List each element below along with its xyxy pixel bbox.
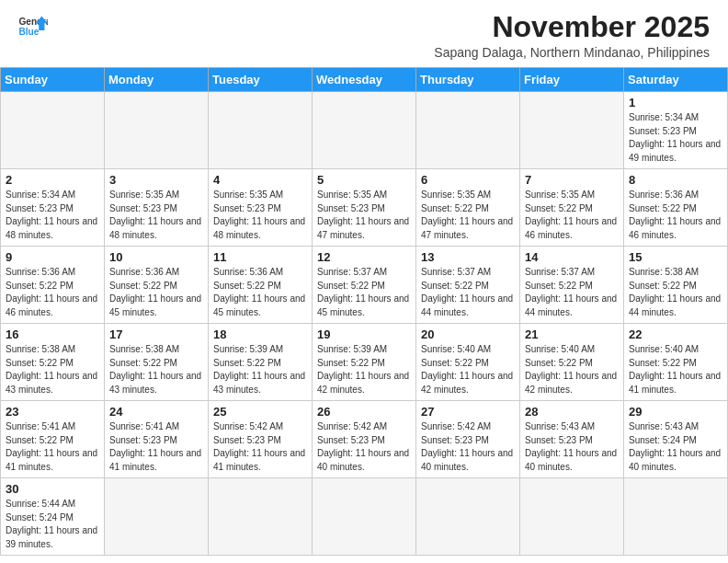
day-number: 29 [629, 405, 722, 419]
calendar-day-cell [105, 478, 209, 556]
calendar-table: SundayMondayTuesdayWednesdayThursdayFrid… [0, 67, 728, 556]
calendar-week-row: 30Sunrise: 5:44 AMSunset: 5:24 PMDayligh… [1, 478, 728, 556]
day-number: 18 [213, 327, 307, 341]
day-number: 5 [317, 173, 411, 187]
day-info: Sunrise: 5:42 AMSunset: 5:23 PMDaylight:… [213, 420, 307, 474]
calendar-day-cell [416, 92, 520, 169]
calendar-day-cell [520, 478, 624, 556]
day-info: Sunrise: 5:35 AMSunset: 5:22 PMDaylight:… [525, 189, 619, 242]
day-number: 17 [109, 327, 203, 341]
day-info: Sunrise: 5:36 AMSunset: 5:22 PMDaylight:… [109, 266, 203, 319]
calendar-week-row: 23Sunrise: 5:41 AMSunset: 5:22 PMDayligh… [1, 401, 728, 478]
day-info: Sunrise: 5:39 AMSunset: 5:22 PMDaylight:… [317, 343, 411, 396]
logo-icon: General Blue [18, 15, 48, 40]
day-info: Sunrise: 5:36 AMSunset: 5:22 PMDaylight:… [629, 189, 722, 242]
day-number: 30 [6, 482, 99, 496]
day-info: Sunrise: 5:41 AMSunset: 5:22 PMDaylight:… [6, 420, 99, 474]
calendar-day-cell: 14Sunrise: 5:37 AMSunset: 5:22 PMDayligh… [520, 247, 624, 324]
day-info: Sunrise: 5:40 AMSunset: 5:22 PMDaylight:… [629, 343, 722, 396]
day-info: Sunrise: 5:44 AMSunset: 5:24 PMDaylight:… [6, 498, 99, 551]
day-info: Sunrise: 5:35 AMSunset: 5:23 PMDaylight:… [109, 189, 203, 242]
calendar-day-cell: 27Sunrise: 5:42 AMSunset: 5:23 PMDayligh… [416, 401, 520, 478]
day-of-week-header: Saturday [624, 68, 728, 92]
day-info: Sunrise: 5:42 AMSunset: 5:23 PMDaylight:… [421, 420, 515, 474]
day-info: Sunrise: 5:34 AMSunset: 5:23 PMDaylight:… [6, 189, 99, 242]
calendar-day-cell: 7Sunrise: 5:35 AMSunset: 5:22 PMDaylight… [520, 169, 624, 247]
day-number: 9 [6, 250, 99, 264]
day-number: 25 [213, 405, 307, 419]
calendar-day-cell: 9Sunrise: 5:36 AMSunset: 5:22 PMDaylight… [1, 247, 105, 324]
calendar-day-cell: 24Sunrise: 5:41 AMSunset: 5:23 PMDayligh… [105, 401, 209, 478]
day-number: 16 [6, 327, 99, 341]
day-number: 8 [629, 173, 722, 187]
day-number: 15 [629, 250, 722, 264]
day-number: 28 [525, 405, 619, 419]
calendar-day-cell: 11Sunrise: 5:36 AMSunset: 5:22 PMDayligh… [209, 247, 313, 324]
calendar-day-cell: 16Sunrise: 5:38 AMSunset: 5:22 PMDayligh… [1, 324, 105, 401]
day-info: Sunrise: 5:36 AMSunset: 5:22 PMDaylight:… [6, 266, 99, 319]
day-of-week-header: Friday [520, 68, 624, 92]
day-of-week-header: Tuesday [209, 68, 313, 92]
day-info: Sunrise: 5:38 AMSunset: 5:22 PMDaylight:… [629, 266, 722, 319]
calendar-day-cell [105, 92, 209, 169]
day-number: 12 [317, 250, 411, 264]
day-info: Sunrise: 5:39 AMSunset: 5:22 PMDaylight:… [213, 343, 307, 396]
day-info: Sunrise: 5:42 AMSunset: 5:23 PMDaylight:… [317, 420, 411, 474]
calendar-day-cell [209, 92, 313, 169]
calendar-day-cell: 29Sunrise: 5:43 AMSunset: 5:24 PMDayligh… [624, 401, 728, 478]
calendar-week-row: 1Sunrise: 5:34 AMSunset: 5:23 PMDaylight… [1, 92, 728, 169]
calendar-day-cell [1, 92, 105, 169]
calendar-day-cell: 12Sunrise: 5:37 AMSunset: 5:22 PMDayligh… [313, 247, 416, 324]
calendar-day-cell: 21Sunrise: 5:40 AMSunset: 5:22 PMDayligh… [520, 324, 624, 401]
calendar-day-cell: 28Sunrise: 5:43 AMSunset: 5:23 PMDayligh… [520, 401, 624, 478]
day-info: Sunrise: 5:40 AMSunset: 5:22 PMDaylight:… [421, 343, 515, 396]
month-title: November 2025 [434, 11, 710, 43]
day-number: 3 [109, 173, 203, 187]
day-info: Sunrise: 5:41 AMSunset: 5:23 PMDaylight:… [109, 420, 203, 474]
calendar-week-row: 2Sunrise: 5:34 AMSunset: 5:23 PMDaylight… [1, 169, 728, 247]
svg-text:Blue: Blue [18, 27, 39, 37]
location-subtitle: Sapang Dalaga, Northern Mindanao, Philip… [434, 45, 710, 60]
day-number: 13 [421, 250, 515, 264]
day-info: Sunrise: 5:37 AMSunset: 5:22 PMDaylight:… [525, 266, 619, 319]
calendar-day-cell: 4Sunrise: 5:35 AMSunset: 5:23 PMDaylight… [209, 169, 313, 247]
calendar-day-cell: 8Sunrise: 5:36 AMSunset: 5:22 PMDaylight… [624, 169, 728, 247]
day-number: 1 [629, 96, 722, 109]
day-of-week-header: Sunday [1, 68, 105, 92]
day-number: 21 [525, 327, 619, 341]
day-of-week-header: Wednesday [313, 68, 416, 92]
day-info: Sunrise: 5:37 AMSunset: 5:22 PMDaylight:… [317, 266, 411, 319]
day-number: 6 [421, 173, 515, 187]
calendar-header-row: SundayMondayTuesdayWednesdayThursdayFrid… [1, 68, 728, 92]
calendar-day-cell: 25Sunrise: 5:42 AMSunset: 5:23 PMDayligh… [209, 401, 313, 478]
calendar-day-cell: 26Sunrise: 5:42 AMSunset: 5:23 PMDayligh… [313, 401, 416, 478]
day-of-week-header: Thursday [416, 68, 520, 92]
day-number: 2 [6, 173, 99, 187]
day-info: Sunrise: 5:37 AMSunset: 5:22 PMDaylight:… [421, 266, 515, 319]
calendar-day-cell: 13Sunrise: 5:37 AMSunset: 5:22 PMDayligh… [416, 247, 520, 324]
calendar-day-cell [520, 92, 624, 169]
calendar-day-cell: 5Sunrise: 5:35 AMSunset: 5:23 PMDaylight… [313, 169, 416, 247]
calendar-week-row: 9Sunrise: 5:36 AMSunset: 5:22 PMDaylight… [1, 247, 728, 324]
calendar-day-cell: 18Sunrise: 5:39 AMSunset: 5:22 PMDayligh… [209, 324, 313, 401]
calendar-day-cell: 10Sunrise: 5:36 AMSunset: 5:22 PMDayligh… [105, 247, 209, 324]
calendar-day-cell: 6Sunrise: 5:35 AMSunset: 5:22 PMDaylight… [416, 169, 520, 247]
day-number: 10 [109, 250, 203, 264]
day-info: Sunrise: 5:38 AMSunset: 5:22 PMDaylight:… [109, 343, 203, 396]
day-info: Sunrise: 5:34 AMSunset: 5:23 PMDaylight:… [629, 111, 722, 165]
day-info: Sunrise: 5:35 AMSunset: 5:22 PMDaylight:… [421, 189, 515, 242]
day-number: 23 [6, 405, 99, 419]
day-number: 11 [213, 250, 307, 264]
calendar-day-cell [313, 478, 416, 556]
calendar-day-cell [624, 478, 728, 556]
calendar-day-cell: 17Sunrise: 5:38 AMSunset: 5:22 PMDayligh… [105, 324, 209, 401]
day-info: Sunrise: 5:35 AMSunset: 5:23 PMDaylight:… [317, 189, 411, 242]
calendar-day-cell: 23Sunrise: 5:41 AMSunset: 5:22 PMDayligh… [1, 401, 105, 478]
calendar-day-cell: 30Sunrise: 5:44 AMSunset: 5:24 PMDayligh… [1, 478, 105, 556]
calendar-day-cell: 19Sunrise: 5:39 AMSunset: 5:22 PMDayligh… [313, 324, 416, 401]
day-number: 14 [525, 250, 619, 264]
day-number: 19 [317, 327, 411, 341]
calendar-day-cell [416, 478, 520, 556]
page-header: General Blue November 2025 Sapang Dalaga… [0, 0, 728, 63]
calendar-day-cell: 22Sunrise: 5:40 AMSunset: 5:22 PMDayligh… [624, 324, 728, 401]
